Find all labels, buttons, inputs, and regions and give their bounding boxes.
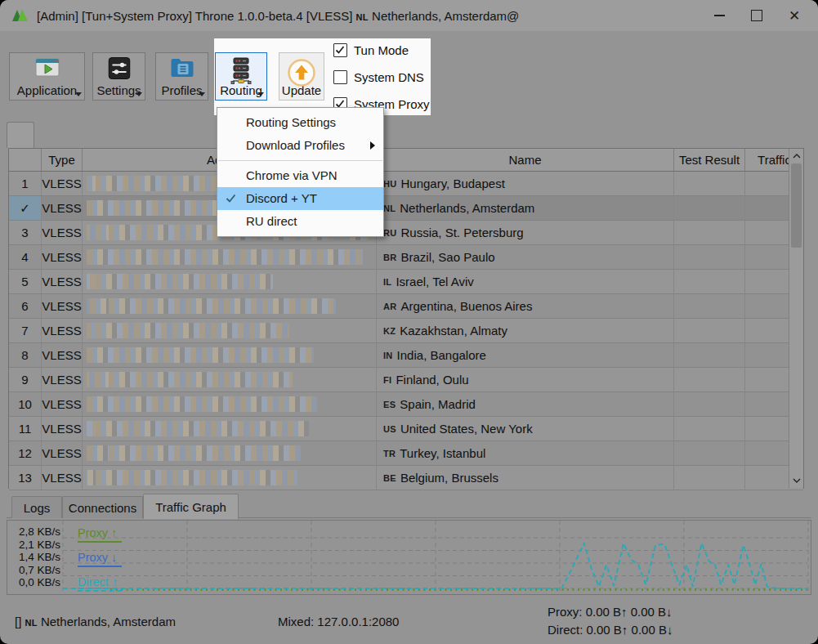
row-name-cell: ESSpain, Madrid xyxy=(377,392,674,416)
row-address-cell xyxy=(83,319,377,342)
legend-proxy-: Proxy ↓ xyxy=(78,551,122,567)
app-window: [Admin] [Tun+System Proxy] Throne 1.0.0-… xyxy=(0,0,818,644)
traffic-graph-plot xyxy=(7,520,811,595)
row-test-result-cell xyxy=(674,270,745,293)
censored-address xyxy=(87,470,297,485)
menu-item-chrome-via-vpn[interactable]: Chrome via VPN xyxy=(217,164,383,187)
tab-connections-label: Connections xyxy=(69,501,136,515)
minimize-icon xyxy=(714,15,725,16)
censored-address xyxy=(87,249,363,265)
system-dns-label: System DNS xyxy=(354,70,424,84)
table-row[interactable]: 5VLESSILIsrael, Tel Aviv xyxy=(9,270,803,294)
row-number-cell: 11 xyxy=(9,417,42,441)
table-row[interactable]: 7VLESSKZKazakhstan, Almaty xyxy=(9,319,803,343)
settings-button[interactable]: Settings xyxy=(92,52,145,101)
y-tick-label: 2,1 KB/s xyxy=(7,539,60,551)
tun-mode-label: Tun Mode xyxy=(354,43,409,57)
row-address-cell xyxy=(83,343,377,367)
menu-item-ru-direct[interactable]: RU direct xyxy=(217,210,383,233)
profiles-button-label: Profiles xyxy=(161,83,202,97)
system-dns-checkbox[interactable]: System DNS xyxy=(333,69,430,85)
row-number-cell: 7 xyxy=(9,319,42,342)
update-button[interactable]: Update xyxy=(279,52,324,101)
window-title: [Admin] [Tun+System Proxy] Throne 1.0.0-… xyxy=(37,9,519,23)
tab-logs[interactable]: Logs xyxy=(11,496,62,518)
maximize-button[interactable] xyxy=(738,0,776,31)
dropdown-caret-icon xyxy=(199,92,205,96)
checkbox-box xyxy=(333,70,347,84)
row-type-cell: VLESS xyxy=(42,172,83,195)
tab-traffic-graph-label: Traffic Graph xyxy=(155,500,226,514)
row-type-cell: VLESS xyxy=(42,196,83,220)
menu-item-routing-settings[interactable]: Routing Settings xyxy=(217,111,383,134)
row-type-cell: VLESS xyxy=(42,368,83,391)
table-corner-tab[interactable] xyxy=(7,122,34,148)
checkmark-icon xyxy=(334,44,346,56)
row-address-cell xyxy=(83,466,377,490)
traffic-graph: 2,8 KB/s2,1 KB/s1,4 KB/s0,7 KB/s0,0 KB/s… xyxy=(7,520,811,595)
row-number-cell: 13 xyxy=(9,466,42,490)
table-row[interactable]: 6VLESSARArgentina, Buenos Aires xyxy=(9,294,803,319)
chevron-down-icon xyxy=(793,478,801,483)
country-code: IN xyxy=(383,351,393,360)
table-row[interactable]: 4VLESSBRBrazil, Sao Paulo xyxy=(9,245,803,270)
minimize-button[interactable] xyxy=(700,0,738,31)
row-name-cell: FIFinland, Oulu xyxy=(377,368,674,391)
tab-logs-label: Logs xyxy=(24,501,51,515)
row-number-cell: 3 xyxy=(9,221,42,244)
menu-item-download-profiles[interactable]: Download Profiles xyxy=(217,134,383,157)
menu-item-label: Discord + YT xyxy=(246,191,317,205)
close-button[interactable]: ✕ xyxy=(776,0,813,31)
scroll-down-arrow[interactable] xyxy=(789,473,803,488)
table-row[interactable]: 13VLESSBEBelgium, Brussels xyxy=(9,466,803,490)
title-bar[interactable]: [Admin] [Tun+System Proxy] Throne 1.0.0-… xyxy=(0,0,818,31)
table-row[interactable]: 12VLESSTRTurkey, Istanbul xyxy=(9,441,803,466)
dropdown-caret-icon xyxy=(75,92,82,96)
table-row[interactable]: 9VLESSFIFinland, Oulu xyxy=(9,368,803,392)
table-scrollbar[interactable] xyxy=(789,149,803,488)
tab-traffic-graph[interactable]: Traffic Graph xyxy=(143,494,239,519)
y-tick-label: 0,7 KB/s xyxy=(7,564,60,576)
column-header-name[interactable]: Name xyxy=(377,149,674,171)
table-row[interactable]: 11VLESSUSUnited States, New York xyxy=(9,417,803,441)
direct-traffic-status: Direct: 0.00 B↑ 0.00 B↓ xyxy=(548,621,673,639)
country-code: ES xyxy=(383,400,396,409)
country-code: IL xyxy=(383,277,391,287)
row-test-result-cell xyxy=(674,196,745,220)
scrollbar-thumb[interactable] xyxy=(791,163,802,248)
folder-icon xyxy=(170,57,194,78)
profiles-button[interactable]: Profiles xyxy=(155,52,208,101)
y-tick-label: 0,0 KB/s xyxy=(7,576,60,588)
row-test-result-cell xyxy=(674,466,745,490)
routing-button[interactable]: Routing xyxy=(215,52,267,101)
column-header-type[interactable]: Type xyxy=(42,149,83,171)
column-header-test-result[interactable]: Test Result xyxy=(674,149,745,171)
routing-button-label: Routing xyxy=(220,83,262,97)
chevron-up-icon xyxy=(793,154,801,159)
application-button[interactable]: Application xyxy=(9,52,85,101)
menu-checkmark-icon xyxy=(225,192,237,204)
table-row[interactable]: 3VLESSRURussia, St. Petersburg xyxy=(9,221,803,245)
menu-item-discord-yt[interactable]: Discord + YT xyxy=(217,187,383,210)
tun-mode-checkbox[interactable]: Tun Mode xyxy=(333,42,430,58)
column-header-row-number[interactable] xyxy=(9,149,42,171)
row-name-cell: ARArgentina, Buenos Aires xyxy=(377,294,674,318)
server-table-header[interactable]: TypeAddressNameTest ResultTraffic xyxy=(9,149,803,172)
row-name-cell: RURussia, St. Petersburg xyxy=(377,221,674,244)
table-row[interactable]: ✓VLESSNLNetherlands, Amsterdam xyxy=(9,196,803,221)
dropdown-caret-icon xyxy=(136,92,142,96)
table-row[interactable]: 10VLESSESSpain, Madrid xyxy=(9,392,803,417)
tab-connections[interactable]: Connections xyxy=(62,496,143,518)
dropdown-caret-icon xyxy=(257,92,264,96)
row-name-cell: ILIsrael, Tel Aviv xyxy=(377,270,674,293)
table-row[interactable]: 1VLESSHUHungary, Budapest xyxy=(9,172,803,196)
sliders-icon xyxy=(108,57,130,79)
scroll-up-arrow[interactable] xyxy=(789,149,803,163)
row-name-cell: TRTurkey, Istanbul xyxy=(377,441,674,465)
routing-dropdown-menu: Routing SettingsDownload ProfilesChrome … xyxy=(217,107,384,237)
row-number-cell: 10 xyxy=(9,392,42,416)
row-type-cell: VLESS xyxy=(42,245,83,269)
row-address-cell xyxy=(83,392,377,416)
table-row[interactable]: 8VLESSINIndia, Bangalore xyxy=(9,343,803,368)
legend-direct-: Direct ↑ xyxy=(78,575,122,592)
